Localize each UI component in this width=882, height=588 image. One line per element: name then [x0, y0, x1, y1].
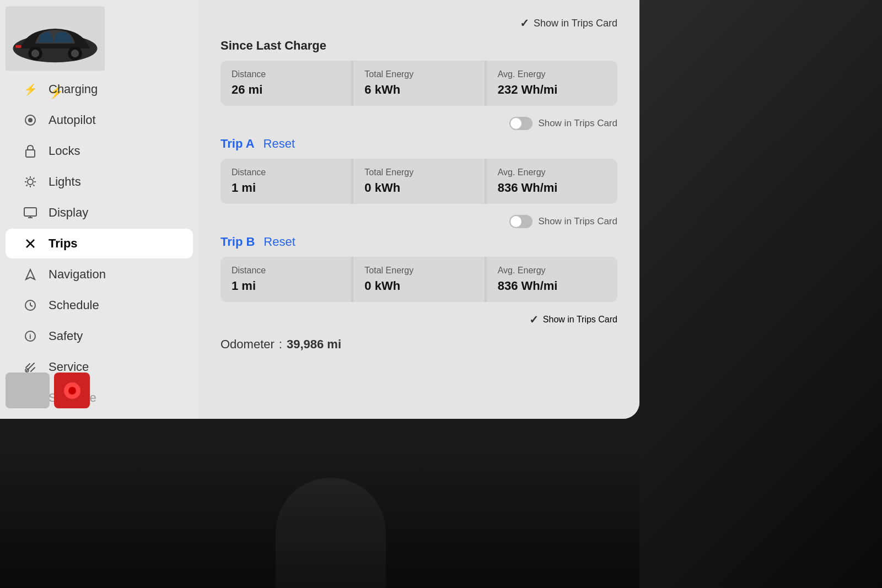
- trip-a-energy-cell: Total Energy 0 kWh: [353, 159, 484, 204]
- trip-b-energy-cell: Total Energy 0 kWh: [353, 257, 484, 302]
- trip-a-show-toggle-row: Show in Trips Card: [220, 117, 617, 130]
- trip-b-show-toggle-row: Show in Trips Card: [220, 215, 617, 228]
- since-last-charge-show-toggle-row: ✓ Show in Trips Card: [220, 17, 617, 30]
- since-last-avg-cell: Avg. Energy 232 Wh/mi: [487, 61, 617, 106]
- trip-a-grid: Distance 1 mi Total Energy 0 kWh Avg. En…: [220, 159, 617, 204]
- sidebar-item-charging[interactable]: ⚡ Charging: [6, 74, 193, 104]
- charging-icon: ⚡: [22, 83, 39, 96]
- svg-line-15: [26, 178, 28, 179]
- trip-a-show-toggle[interactable]: [509, 117, 533, 130]
- since-last-energy-value: 6 kWh: [364, 83, 473, 97]
- svg-point-8: [28, 118, 33, 122]
- trip-b-avg-value: 836 Wh/mi: [498, 279, 606, 293]
- since-last-charge-show-label: Show in Trips Card: [534, 18, 617, 29]
- trip-b-grid: Distance 1 mi Total Energy 0 kWh Avg. En…: [220, 257, 617, 302]
- sidebar-item-schedule[interactable]: Schedule: [6, 290, 193, 320]
- trip-a-avg-cell: Avg. Energy 836 Wh/mi: [487, 159, 617, 204]
- autopilot-icon: [22, 114, 39, 126]
- trip-b-show-toggle[interactable]: [509, 215, 533, 228]
- navigation-icon: [22, 268, 39, 280]
- sidebar-item-autopilot[interactable]: Autopilot: [6, 105, 193, 135]
- sidebar: ⚡ ⚡ Charging Autopilot: [0, 0, 198, 419]
- trip-a-distance-label: Distance: [232, 168, 340, 177]
- odometer-show-toggle-row: ✓ Show in Trips Card: [220, 313, 617, 326]
- lights-icon: [22, 176, 39, 188]
- sidebar-item-navigation-label: Navigation: [49, 267, 106, 282]
- trips-icon: [22, 238, 39, 250]
- sidebar-item-trips[interactable]: Trips: [6, 229, 193, 258]
- trip-b-reset-btn[interactable]: Reset: [263, 235, 295, 249]
- trip-a-distance-cell: Distance 1 mi: [220, 159, 351, 204]
- since-last-charge-title: Since Last Charge: [220, 39, 617, 53]
- svg-line-17: [33, 178, 34, 179]
- thumbnail-area: [6, 373, 90, 408]
- sidebar-item-display-label: Display: [49, 206, 88, 220]
- trip-b-distance-label: Distance: [232, 266, 340, 276]
- trip-b-distance-value: 1 mi: [232, 279, 340, 293]
- trip-a-header: Trip A Reset: [220, 137, 617, 151]
- since-last-energy-cell: Total Energy 6 kWh: [353, 61, 484, 106]
- sidebar-item-locks[interactable]: Locks: [6, 136, 193, 166]
- sidebar-item-lights-label: Lights: [49, 175, 81, 189]
- safety-icon: i: [22, 330, 39, 342]
- service-icon: [22, 361, 39, 373]
- sidebar-item-safety[interactable]: i Safety: [6, 321, 193, 351]
- since-last-distance-label: Distance: [232, 69, 340, 79]
- svg-rect-9: [26, 150, 35, 157]
- trip-b-energy-value: 0 kWh: [364, 279, 473, 293]
- since-last-avg-label: Avg. Energy: [498, 69, 606, 79]
- mount-stand: [276, 478, 386, 588]
- trip-a-energy-value: 0 kWh: [364, 181, 473, 195]
- sidebar-item-safety-label: Safety: [49, 329, 83, 343]
- thumbnail-1[interactable]: [6, 373, 50, 408]
- display-icon: [22, 207, 39, 218]
- main-content: ✓ Show in Trips Card Since Last Charge D…: [198, 0, 639, 419]
- locks-icon: [22, 144, 39, 158]
- since-last-avg-value: 232 Wh/mi: [498, 83, 606, 97]
- sidebar-item-autopilot-label: Autopilot: [49, 113, 96, 127]
- trip-a-reset-btn[interactable]: Reset: [263, 137, 295, 151]
- right-bezel: [639, 0, 882, 588]
- odometer-value: 39,986 mi: [287, 337, 341, 352]
- svg-text:i: i: [29, 332, 31, 341]
- trip-b-show-label: Show in Trips Card: [538, 216, 617, 227]
- svg-rect-19: [24, 208, 36, 216]
- trip-a-show-label: Show in Trips Card: [538, 118, 617, 129]
- trip-b-avg-cell: Avg. Energy 836 Wh/mi: [487, 257, 617, 302]
- thumbnail-2[interactable]: [54, 373, 90, 408]
- odometer-row: Odometer : 39,986 mi: [220, 337, 617, 352]
- trip-b-header: Trip B Reset: [220, 235, 617, 249]
- since-last-charge-grid: Distance 26 mi Total Energy 6 kWh Avg. E…: [220, 61, 617, 106]
- since-last-distance-value: 26 mi: [232, 83, 340, 97]
- odometer-colon: :: [279, 337, 282, 352]
- svg-point-10: [28, 179, 33, 185]
- sidebar-item-charging-label: Charging: [49, 82, 98, 96]
- trip-b-energy-label: Total Energy: [364, 266, 473, 276]
- sidebar-item-navigation[interactable]: Navigation: [6, 260, 193, 289]
- schedule-icon: [22, 299, 39, 311]
- trip-b-avg-label: Avg. Energy: [498, 266, 606, 276]
- sidebar-item-locks-label: Locks: [49, 144, 80, 158]
- trip-a-avg-value: 836 Wh/mi: [498, 181, 606, 195]
- svg-line-25: [30, 305, 33, 306]
- svg-line-18: [26, 185, 28, 186]
- checkmark-icon: ✓: [520, 17, 529, 30]
- trip-b-distance-cell: Distance 1 mi: [220, 257, 351, 302]
- sidebar-item-schedule-label: Schedule: [49, 298, 99, 312]
- trip-b-title: Trip B: [220, 235, 255, 249]
- svg-marker-22: [26, 269, 35, 279]
- svg-line-16: [33, 185, 34, 186]
- sidebar-nav: ⚡ Charging Autopilot: [0, 0, 198, 414]
- trip-a-energy-label: Total Energy: [364, 168, 473, 177]
- sidebar-item-display[interactable]: Display: [6, 198, 193, 228]
- since-last-distance-cell: Distance 26 mi: [220, 61, 351, 106]
- checkmark-odometer-icon: ✓: [529, 313, 539, 326]
- odometer-show-label: Show in Trips Card: [543, 315, 617, 325]
- trip-a-title: Trip A: [220, 137, 255, 151]
- sidebar-item-lights[interactable]: Lights: [6, 167, 193, 197]
- odometer-label: Odometer: [220, 337, 275, 352]
- trip-a-distance-value: 1 mi: [232, 181, 340, 195]
- trip-a-avg-label: Avg. Energy: [498, 168, 606, 177]
- sidebar-item-trips-label: Trips: [49, 236, 78, 251]
- since-last-energy-label: Total Energy: [364, 69, 473, 79]
